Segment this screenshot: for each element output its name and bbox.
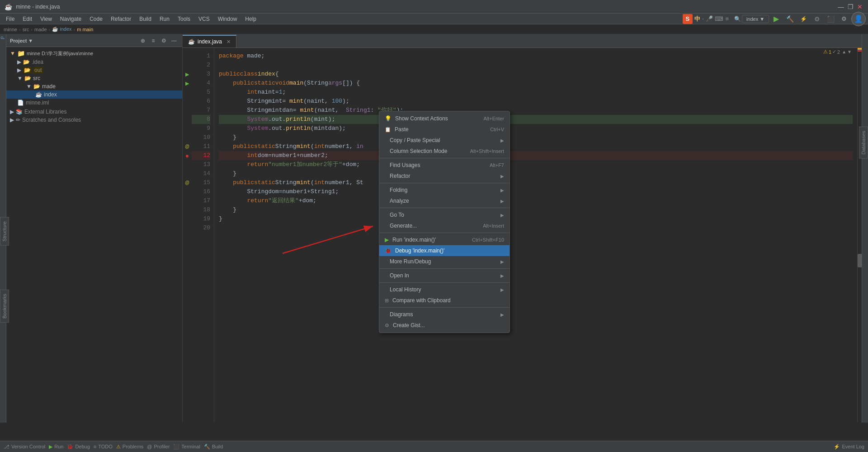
- project-dropdown-btn[interactable]: Project ▼: [10, 38, 33, 43]
- project-collapse-btn[interactable]: ≡: [149, 36, 158, 45]
- scroll-down-btn[interactable]: ▼: [847, 49, 852, 54]
- ctx-label-more-run: More Run/Debug: [390, 258, 431, 265]
- ime-mic[interactable]: 🎤: [706, 15, 713, 22]
- project-strip-tab[interactable]: P: [0, 36, 5, 39]
- ctx-find-usages[interactable]: · Find Usages Alt+F7: [379, 160, 509, 171]
- ime-keyboard[interactable]: ⌨: [715, 15, 723, 22]
- ctx-shortcut-find: Alt+F7: [490, 162, 504, 168]
- statusbar-problems[interactable]: ⚠ Problems: [116, 444, 143, 450]
- tree-item-iml[interactable]: 📄 minne.iml: [6, 99, 182, 107]
- statusbar-run[interactable]: ▶ Run: [49, 444, 63, 450]
- minimize-button[interactable]: —: [837, 3, 844, 10]
- coverage-button[interactable]: ⚙: [811, 13, 823, 25]
- ctx-go-to[interactable]: · Go To ▶: [379, 209, 509, 220]
- maximize-button[interactable]: ❐: [847, 3, 854, 10]
- statusbar-terminal[interactable]: ⬛ Terminal: [173, 444, 200, 450]
- breadcrumb-main[interactable]: m main: [77, 27, 93, 32]
- bookmarks-tab[interactable]: Bookmarks: [0, 290, 9, 323]
- avatar[interactable]: 👤: [851, 12, 866, 26]
- scrollbar-thumb[interactable]: [858, 254, 862, 267]
- breadcrumb-made[interactable]: made: [34, 27, 47, 32]
- ctx-label-copy-paste: Copy / Paste Special: [390, 137, 440, 143]
- ime-chinese[interactable]: 中: [694, 15, 700, 23]
- tree-item-src[interactable]: ▼ 📂 src: [6, 74, 182, 82]
- statusbar-eventlog[interactable]: ⚡ Event Log: [834, 444, 864, 450]
- menu-navigate[interactable]: Navigate: [57, 15, 85, 23]
- tab-index-java[interactable]: ☕ index.java ✕: [183, 35, 236, 48]
- debug-icon: 🐞: [385, 247, 392, 254]
- ctx-local-history[interactable]: · Local History ▶: [379, 284, 509, 295]
- tree-item-external-libs[interactable]: ▶ 📚 External Libraries: [6, 108, 182, 116]
- menu-tools[interactable]: Tools: [174, 15, 194, 23]
- breadcrumb-src[interactable]: src: [23, 27, 29, 32]
- statusbar-build[interactable]: 🔨 Build: [204, 444, 223, 450]
- tree-item-out[interactable]: ▶ 📂 out: [6, 66, 182, 74]
- breadcrumb-minne[interactable]: minne: [4, 27, 17, 32]
- project-hide-btn[interactable]: —: [170, 36, 179, 45]
- menu-file[interactable]: File: [2, 15, 18, 23]
- project-settings-btn[interactable]: ⚙: [159, 36, 168, 45]
- run-button[interactable]: ▶: [770, 13, 783, 25]
- ctx-column-selection[interactable]: · Column Selection Mode Alt+Shift+Insert: [379, 146, 509, 157]
- ctx-copy-paste-special[interactable]: · Copy / Paste Special ▶: [379, 135, 509, 146]
- structure-tab[interactable]: Structure: [0, 217, 9, 246]
- ctx-diagrams[interactable]: · Diagrams ▶: [379, 309, 509, 320]
- ctx-show-context-actions[interactable]: 💡 Show Context Actions Alt+Enter: [379, 113, 509, 124]
- ctx-paste[interactable]: 📋 Paste Ctrl+V: [379, 124, 509, 135]
- ctx-label-run: Run 'index.main()': [392, 237, 436, 243]
- settings-button[interactable]: ⚙: [838, 13, 850, 25]
- warning-indicator[interactable]: ⚠ 1 ✓ 2 ▲ ▼: [823, 49, 852, 55]
- profile-button[interactable]: ⚡: [797, 13, 810, 25]
- tree-item-made[interactable]: ▼ 📂 made: [6, 82, 182, 90]
- ctx-generate[interactable]: · Generate... Alt+Insert: [379, 220, 509, 231]
- project-folder-icon: 📁: [17, 50, 25, 57]
- databases-tab[interactable]: Databases: [859, 127, 868, 159]
- tree-item-index[interactable]: ☕ index: [6, 90, 182, 99]
- menu-vcs[interactable]: VCS: [195, 15, 213, 23]
- menu-help[interactable]: Help: [241, 15, 260, 23]
- search-everywhere-icon[interactable]: 🔍: [734, 16, 741, 22]
- ime-dot[interactable]: ·: [702, 15, 704, 23]
- ime-extra1[interactable]: ≡: [725, 15, 729, 22]
- statusbar-todo[interactable]: ≡ TODO: [94, 444, 113, 449]
- run-gutter-4[interactable]: ▶: [183, 79, 192, 88]
- breadcrumb-index[interactable]: ☕ index: [52, 26, 71, 32]
- tree-item-idea[interactable]: ▶ 📂 .idea: [6, 58, 182, 66]
- ctx-open-in[interactable]: · Open In ▶: [379, 270, 509, 281]
- build-button[interactable]: 🔨: [783, 13, 796, 25]
- code-line-17: return "返回结果"+dom;: [219, 196, 853, 205]
- tree-item-scratches[interactable]: ▶ ✏ Scratches and Consoles: [6, 116, 182, 124]
- statusbar-profiler[interactable]: @ Profiler: [147, 444, 170, 449]
- close-button[interactable]: ✕: [856, 3, 863, 10]
- tree-label-index: index: [44, 91, 57, 98]
- menu-window[interactable]: Window: [214, 15, 241, 23]
- tree-item-root[interactable]: ▼ 📁 minne D:\学习案例\java\minne: [6, 49, 182, 58]
- menu-run[interactable]: Run: [156, 15, 173, 23]
- scroll-up-btn[interactable]: ▲: [842, 49, 846, 54]
- stop-button[interactable]: ⬛: [824, 13, 837, 25]
- statusbar-debug[interactable]: 🐞 Debug: [67, 444, 90, 450]
- breakpoint-12[interactable]: ●: [183, 151, 192, 160]
- tab-close-btn[interactable]: ✕: [226, 39, 231, 45]
- ctx-analyze[interactable]: · Analyze ▶: [379, 195, 509, 206]
- code-line-13: return "number1加number2等于"+dom;: [219, 160, 853, 169]
- menu-refactor[interactable]: Refactor: [107, 15, 135, 23]
- run-gutter-3[interactable]: ▶: [183, 70, 192, 79]
- menu-view[interactable]: View: [37, 15, 56, 23]
- statusbar-vcs[interactable]: ⎇ Version Control: [4, 444, 45, 450]
- ctx-compare-clipboard[interactable]: ⊞ Compare with Clipboard: [379, 295, 509, 306]
- code-area[interactable]: package made; public class index { publi…: [214, 48, 857, 423]
- ctx-folding[interactable]: · Folding ▶: [379, 185, 509, 195]
- project-locate-btn[interactable]: ⊕: [138, 36, 147, 45]
- ctx-debug[interactable]: 🐞 Debug 'index.main()': [379, 245, 509, 256]
- ctx-more-run-debug[interactable]: · More Run/Debug ▶: [379, 256, 509, 267]
- menu-edit[interactable]: Edit: [19, 15, 36, 23]
- menu-build[interactable]: Build: [136, 15, 155, 23]
- menu-code[interactable]: Code: [86, 15, 106, 23]
- ctx-refactor[interactable]: · Refactor ▶: [379, 171, 509, 181]
- ctx-run[interactable]: ▶ Run 'index.main()' Ctrl+Shift+F10: [379, 234, 509, 245]
- sogou-icon[interactable]: S: [683, 14, 693, 24]
- editor-scrollbar[interactable]: [857, 48, 862, 423]
- ctx-create-gist[interactable]: ⚙ Create Gist...: [379, 320, 509, 331]
- run-config-dropdown[interactable]: index ▼: [742, 15, 769, 23]
